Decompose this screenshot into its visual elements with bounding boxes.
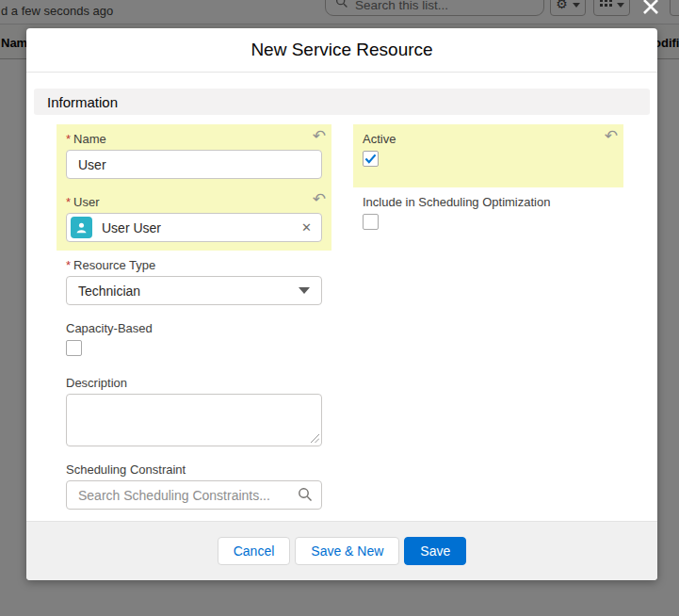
resource-type-label: * Resource Type [66,258,322,272]
include-optimization-label: Include in Scheduling Optimization [363,195,614,209]
modal-footer: Cancel Save & New Save [26,521,657,580]
required-asterisk: * [66,258,71,272]
resource-type-select[interactable]: Technician [66,276,322,305]
description-textarea[interactable] [66,394,322,446]
user-avatar-icon [71,217,92,238]
undo-icon[interactable]: ↶ [313,128,326,145]
name-label: * Name [66,132,322,146]
active-label: Active [363,132,614,146]
form-grid: * Name ↶ Active ↶ * User [57,124,657,518]
page-title: New Service Resource [251,40,432,60]
capacity-based-label: Capacity-Based [66,321,322,335]
include-optimization-checkbox[interactable] [363,214,379,230]
description-field-cell: Description [57,368,331,455]
clear-icon[interactable]: ✕ [301,220,312,235]
dropdown-arrow-icon [299,287,310,294]
save-button[interactable]: Save [404,537,466,565]
cancel-button[interactable]: Cancel [218,537,291,565]
user-lookup-pill[interactable]: User User ✕ [66,213,322,242]
active-field-cell: Active ↶ [353,124,623,187]
save-and-new-button[interactable]: Save & New [295,537,399,565]
user-field-cell: * User ↶ User User ✕ [57,187,331,251]
scheduling-constraint-search-input[interactable] [66,480,322,510]
resource-type-field-cell: * Resource Type Technician [57,251,331,314]
check-icon [364,154,377,164]
name-input[interactable] [66,150,322,179]
modal-body: Information * Name ↶ Active ↶ [26,73,657,521]
section-header-information: Information [34,89,650,115]
modal-header: New Service Resource [26,28,657,73]
scheduling-constraint-label: Scheduling Constraint [66,462,322,477]
user-pill-label: User User [102,220,292,235]
include-optimization-field-cell: Include in Scheduling Optimization [353,187,623,251]
undo-icon[interactable]: ↶ [313,191,326,208]
new-service-resource-modal: New Service Resource Information * Name … [26,28,657,580]
undo-icon[interactable]: ↶ [605,128,618,145]
description-label: Description [66,376,322,390]
resource-type-value: Technician [78,284,140,299]
capacity-based-checkbox[interactable] [66,340,82,356]
name-field-cell: * Name ↶ [57,124,331,187]
close-icon[interactable] [639,0,663,21]
scheduling-constraint-field-cell: Scheduling Constraint [57,455,331,518]
required-asterisk: * [66,195,71,209]
required-asterisk: * [66,132,71,146]
capacity-based-field-cell: Capacity-Based [57,314,331,368]
active-checkbox[interactable] [363,151,379,167]
user-label: * User [66,195,322,209]
